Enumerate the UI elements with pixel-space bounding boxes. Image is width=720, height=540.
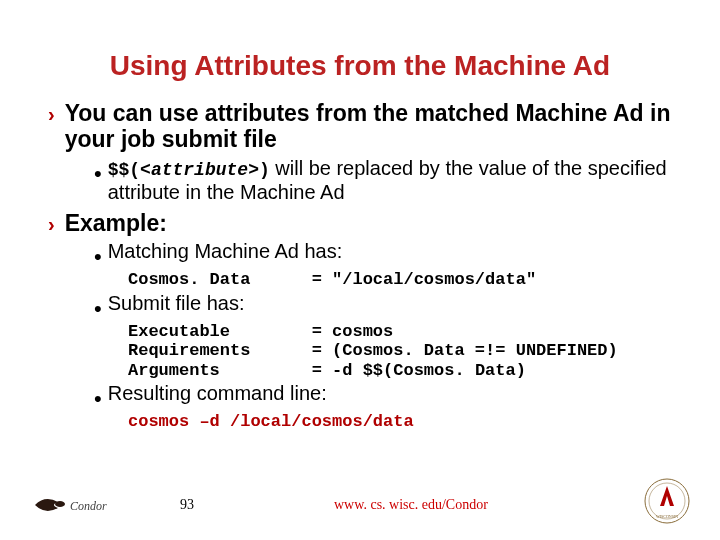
dot-icon: • bbox=[94, 163, 102, 185]
sub-bullet-text: $$(<attribute>) will be replaced by the … bbox=[108, 157, 672, 204]
code-block-3: cosmos –d /local/cosmos/data bbox=[128, 412, 672, 432]
condor-logo: Condor bbox=[30, 490, 120, 520]
sub-bullet-1: • $$(<attribute>) will be replaced by th… bbox=[94, 157, 672, 204]
arrow-icon: › bbox=[48, 102, 55, 126]
svg-text:WISCONSIN: WISCONSIN bbox=[656, 514, 678, 519]
svg-point-0 bbox=[55, 501, 65, 507]
bullet-text: Example: bbox=[65, 210, 167, 236]
dot-icon: • bbox=[94, 388, 102, 410]
slide-body: Using Attributes from the Machine Ad › Y… bbox=[0, 0, 720, 432]
footer-url: www. cs. wisc. edu/Condor bbox=[334, 497, 488, 513]
arrow-icon: › bbox=[48, 212, 55, 236]
slide-number: 93 bbox=[180, 497, 194, 513]
svg-text:Condor: Condor bbox=[70, 499, 107, 513]
bullet-top-1: › You can use attributes from the matche… bbox=[48, 100, 672, 153]
dot-icon: • bbox=[94, 298, 102, 320]
code-block-2: Executable = cosmos Requirements = (Cosm… bbox=[128, 322, 672, 381]
sub-bullet-text: Resulting command line: bbox=[108, 382, 327, 405]
sub-bullet-4: • Resulting command line: bbox=[94, 382, 672, 410]
wisconsin-logo: WISCONSIN bbox=[644, 478, 690, 528]
code-block-1: Cosmos. Data = "/local/cosmos/data" bbox=[128, 270, 672, 290]
dot-icon: • bbox=[94, 246, 102, 268]
bullet-top-2: › Example: bbox=[48, 210, 672, 236]
sub-bullet-text: Matching Machine Ad has: bbox=[108, 240, 343, 263]
bullet-text: You can use attributes from the matched … bbox=[65, 100, 672, 153]
slide-title: Using Attributes from the Machine Ad bbox=[48, 50, 672, 82]
sub-bullet-3: • Submit file has: bbox=[94, 292, 672, 320]
sub-bullet-2: • Matching Machine Ad has: bbox=[94, 240, 672, 268]
sub-bullet-text: Submit file has: bbox=[108, 292, 245, 315]
footer: Condor 93 www. cs. wisc. edu/Condor bbox=[0, 490, 720, 520]
